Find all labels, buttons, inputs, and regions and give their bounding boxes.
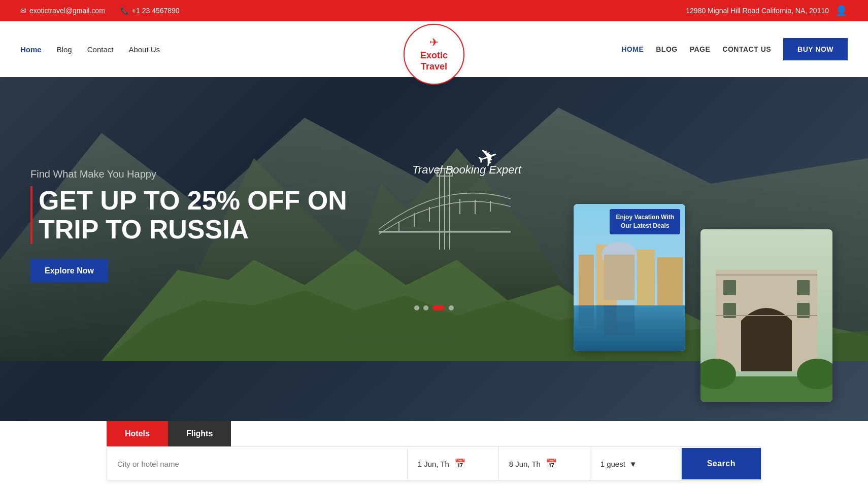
tab-flights[interactable]: Flights — [168, 421, 231, 446]
brand-name: Exotic Travel — [420, 50, 448, 72]
user-icon[interactable]: 👤 — [835, 5, 848, 17]
dropdown-icon: ▼ — [629, 460, 637, 468]
checkout-calendar-icon: 📅 — [546, 458, 557, 469]
tab-hotels[interactable]: Hotels — [107, 421, 168, 446]
guest-selector[interactable]: 1 guest ▼ — [590, 448, 682, 479]
checkout-text: 8 Jun, Th — [509, 460, 541, 468]
logo-circle: ✈ Exotic Travel — [404, 24, 464, 85]
rnav-contact[interactable]: CONTACT US — [722, 45, 771, 53]
hero-center-text: Travel Booking Expert — [412, 163, 521, 177]
address-text: 12980 Mignal Hill Road California, NA, 2… — [686, 7, 829, 15]
slider-dots — [414, 305, 454, 310]
email-icon: ✉ — [20, 7, 26, 15]
left-nav: Home Blog Contact About Us — [20, 45, 160, 54]
hero-subtitle: Find What Make You Happy — [30, 168, 347, 180]
top-bar-right: 12980 Mignal Hill Road California, NA, 2… — [686, 5, 848, 17]
search-button[interactable]: Search — [682, 448, 761, 479]
explore-button[interactable]: Explore Now — [30, 259, 108, 283]
svg-rect-26 — [723, 280, 736, 295]
buy-now-button[interactable]: BUY NOW — [783, 38, 848, 60]
svg-rect-18 — [604, 255, 635, 300]
nav-blog[interactable]: Blog — [57, 45, 72, 54]
checkin-date[interactable]: 1 Jun, Th 📅 — [408, 447, 499, 480]
destination-card-2[interactable] — [700, 229, 832, 402]
nav-about[interactable]: About Us — [128, 45, 160, 54]
svg-rect-20 — [657, 257, 683, 305]
dot-3[interactable] — [432, 305, 445, 310]
nav-contact[interactable]: Contact — [87, 45, 114, 54]
hero-section: Find What Make You Happy GET UP TO 25% O… — [0, 77, 868, 422]
phone-icon: 📞 — [120, 7, 129, 15]
hero-title-line1: GET UP TO 25% OFF ON — [39, 186, 347, 215]
checkin-text: 1 Jun, Th — [418, 460, 449, 468]
search-tabs: Hotels Flights — [0, 421, 868, 446]
rnav-blog[interactable]: BLOG — [656, 45, 677, 53]
search-form: 1 Jun, Th 📅 8 Jun, Th 📅 1 guest ▼ Search — [107, 446, 761, 481]
plane-icon: ✈ — [429, 36, 439, 49]
svg-rect-19 — [637, 250, 655, 305]
nav-home[interactable]: Home — [20, 45, 42, 54]
svg-rect-23 — [604, 305, 635, 336]
top-bar: ✉ exotictravel@gmail.com 📞 +1 23 4567890… — [0, 0, 868, 21]
search-section: Hotels Flights 1 Jun, Th 📅 8 Jun, Th 📅 1… — [0, 421, 868, 486]
dot-1[interactable] — [414, 305, 419, 310]
email-info: ✉ exotictravel@gmail.com — [20, 7, 105, 15]
checkin-calendar-icon: 📅 — [454, 458, 465, 469]
svg-rect-21 — [579, 305, 594, 326]
rnav-home[interactable]: HOME — [621, 45, 644, 53]
right-nav: HOME BLOG PAGE CONTACT US BUY NOW — [621, 38, 848, 60]
rnav-page[interactable]: PAGE — [690, 45, 711, 53]
svg-rect-15 — [579, 255, 594, 305]
checkout-date[interactable]: 8 Jun, Th 📅 — [499, 447, 590, 480]
hero-title-line2: TRIP TO RUSSIA — [39, 215, 249, 244]
email-text: exotictravel@gmail.com — [29, 7, 105, 15]
hero-content: Find What Make You Happy GET UP TO 25% O… — [30, 168, 347, 283]
logo[interactable]: ✈ Exotic Travel — [404, 24, 464, 85]
destination-card-1[interactable]: Enjoy Vacation With Our Latest Deals — [574, 204, 685, 351]
dot-4[interactable] — [449, 305, 454, 310]
top-bar-left: ✉ exotictravel@gmail.com 📞 +1 23 4567890 — [20, 7, 180, 15]
phone-info: 📞 +1 23 4567890 — [120, 7, 180, 15]
card-badge: Enjoy Vacation With Our Latest Deals — [610, 209, 680, 234]
svg-rect-28 — [797, 280, 810, 295]
arch-image — [700, 229, 832, 402]
phone-text: +1 23 4567890 — [132, 7, 180, 15]
hero-title: GET UP TO 25% OFF ON TRIP TO RUSSIA — [30, 186, 347, 244]
guest-text: 1 guest — [600, 460, 625, 468]
header: Home Blog Contact About Us ✈ Exotic Trav… — [0, 21, 868, 77]
dot-2[interactable] — [423, 305, 428, 310]
search-input[interactable] — [107, 448, 408, 479]
